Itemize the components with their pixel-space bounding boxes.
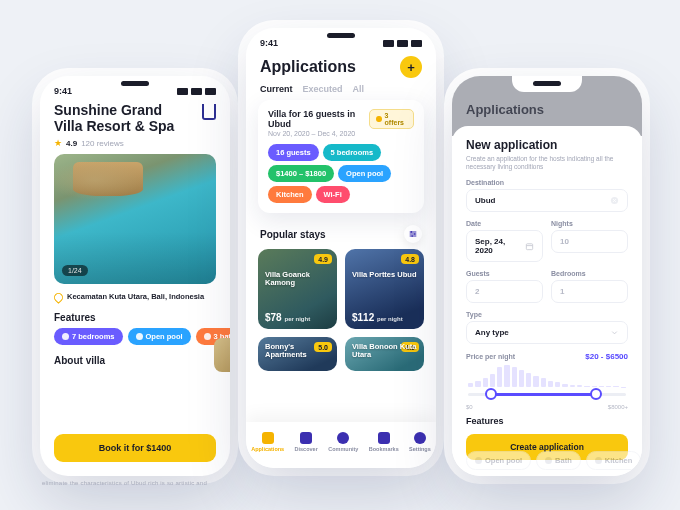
next-photo-thumb[interactable]: [214, 338, 230, 372]
date-field[interactable]: Sep, 24, 2020: [466, 230, 543, 262]
scale-max: $8000+: [608, 404, 628, 410]
chevron-down-icon: [610, 328, 619, 337]
price-histogram: [466, 365, 628, 387]
new-application-sheet: New application Create an application fo…: [452, 126, 642, 476]
stay-card[interactable]: 5.0Bonny's Apartments: [258, 337, 337, 371]
nav-settings[interactable]: Settings: [409, 432, 431, 452]
stay-card[interactable]: 4.9Villa Bonoon Kuta Utara: [345, 337, 424, 371]
phone-new-application: Applications New application Create an a…: [452, 76, 642, 476]
card-dates: Nov 20, 2020 – Dec 4, 2020: [268, 130, 369, 137]
guests-field[interactable]: 2: [466, 280, 543, 303]
sheet-subtitle: Create an application for the hosts indi…: [466, 155, 616, 171]
calendar-icon: [525, 242, 534, 251]
label-date: Date: [466, 220, 543, 227]
nav-icon: [262, 432, 274, 444]
phone-applications: 9:41 Applications + CurrentExecutedAll V…: [246, 28, 436, 468]
book-button[interactable]: Book it for $1400: [54, 434, 216, 462]
reviews-count[interactable]: 120 reviews: [81, 139, 124, 148]
clear-icon[interactable]: [610, 196, 619, 205]
feature-chip-ghost[interactable]: Kitchen: [586, 451, 642, 470]
hist-bar: [504, 365, 509, 387]
nav-icon: [300, 432, 312, 444]
wifi-icon: [191, 88, 202, 95]
status-bar: 9:41: [40, 76, 230, 100]
nights-field[interactable]: 10: [551, 230, 628, 253]
stay-price: $112 per night: [352, 312, 403, 323]
nav-icon: [378, 432, 390, 444]
stays-grid: 4.9Villa Goanck Kamong$78 per night4.8Vi…: [246, 249, 436, 329]
caption-text: eliminate the characteristics of Ubud ri…: [42, 480, 207, 486]
feature-chip: Open pool: [128, 328, 191, 345]
bedrooms-field[interactable]: 1: [551, 280, 628, 303]
under-chips: Open poolBathKitchenParking: [466, 451, 628, 470]
signal-icon: [383, 40, 394, 47]
price-slider[interactable]: [466, 385, 628, 403]
rating-value: 4.9: [66, 139, 77, 148]
feature-chip-ghost[interactable]: Open pool: [466, 451, 531, 470]
status-bar: 9:41: [246, 28, 436, 52]
filter-button[interactable]: [404, 225, 422, 243]
add-button[interactable]: +: [400, 56, 422, 78]
status-time: 9:41: [54, 86, 72, 96]
sliders-icon: [408, 229, 418, 239]
location-text[interactable]: Kecamatan Kuta Utara, Bali, Indonesia: [67, 292, 204, 301]
bottom-nav: ApplicationsDiscoverCommunityBookmarksSe…: [246, 422, 436, 468]
card-title: Villa for 16 guests in Ubud: [268, 109, 369, 129]
bookmark-icon[interactable]: [202, 104, 216, 120]
card-chip: 16 guests: [268, 144, 319, 161]
label-price: Price per night: [466, 353, 515, 360]
card-chip: $1400 – $1800: [268, 165, 334, 182]
feature-chip-ghost[interactable]: Bath: [536, 451, 581, 470]
type-select[interactable]: Any type: [466, 321, 628, 344]
destination-field[interactable]: Ubud: [466, 189, 628, 212]
features-heading: Features: [466, 416, 628, 426]
price-range-value: $20 - $6500: [585, 352, 628, 361]
stay-name: Villa Porttes Ubud: [352, 271, 416, 279]
hero-photo[interactable]: 1/24: [54, 154, 216, 284]
nav-community[interactable]: Community: [328, 432, 358, 452]
nav-icon: [337, 432, 349, 444]
star-icon: ★: [54, 138, 62, 148]
signal-icon: [177, 88, 188, 95]
tab-all[interactable]: All: [353, 84, 365, 94]
slider-knob-min[interactable]: [485, 388, 497, 400]
slider-knob-max[interactable]: [590, 388, 602, 400]
nav-bookmarks[interactable]: Bookmarks: [369, 432, 399, 452]
card-chip: Wi-Fi: [316, 186, 350, 203]
label-guests: Guests: [466, 270, 543, 277]
svg-point-1: [414, 233, 416, 235]
sheet-title: New application: [466, 138, 628, 152]
nav-applications[interactable]: Applications: [251, 432, 284, 452]
stay-rating-badge: 4.8: [401, 254, 419, 264]
hist-bar: [512, 367, 517, 388]
feature-chip: 7 bedrooms: [54, 328, 123, 345]
application-card[interactable]: Villa for 16 guests in Ubud Nov 20, 2020…: [258, 100, 424, 213]
villa-title: Sunshine Grand Villa Resort & Spa: [54, 102, 184, 134]
tab-executed[interactable]: Executed: [303, 84, 343, 94]
battery-icon: [205, 88, 216, 95]
scale-min: $0: [466, 404, 473, 410]
stay-name: Villa Goanck Kamong: [265, 271, 335, 288]
card-chips: 16 guests5 bedrooms$1400 – $1800Open poo…: [268, 144, 414, 203]
offers-badge[interactable]: 3 offers: [369, 109, 414, 129]
photo-counter: 1/24: [62, 265, 88, 276]
label-nights: Nights: [551, 220, 628, 227]
svg-point-0: [411, 231, 413, 233]
stays-grid-2: 5.0Bonny's Apartments4.9Villa Bonoon Kut…: [246, 337, 436, 371]
nav-icon: [414, 432, 426, 444]
stay-name: Villa Bonoon Kuta Utara: [352, 343, 422, 360]
features-heading: Features: [40, 304, 230, 328]
phone-villa-detail: 9:41 Sunshine Grand Villa Resort & Spa ★…: [40, 76, 230, 476]
stay-card[interactable]: 4.8Villa Porttes Ubud$112 per night: [345, 249, 424, 329]
tab-current[interactable]: Current: [260, 84, 293, 94]
stay-name: Bonny's Apartments: [265, 343, 335, 360]
stay-rating-badge: 4.9: [314, 254, 332, 264]
page-title: Applications: [260, 58, 356, 76]
card-chip: 5 bedrooms: [323, 144, 382, 161]
status-time: 9:41: [260, 38, 278, 48]
svg-point-2: [411, 235, 413, 237]
stay-price: $78 per night: [265, 312, 310, 323]
about-heading: About villa: [40, 345, 230, 368]
nav-discover[interactable]: Discover: [295, 432, 318, 452]
stay-card[interactable]: 4.9Villa Goanck Kamong$78 per night: [258, 249, 337, 329]
